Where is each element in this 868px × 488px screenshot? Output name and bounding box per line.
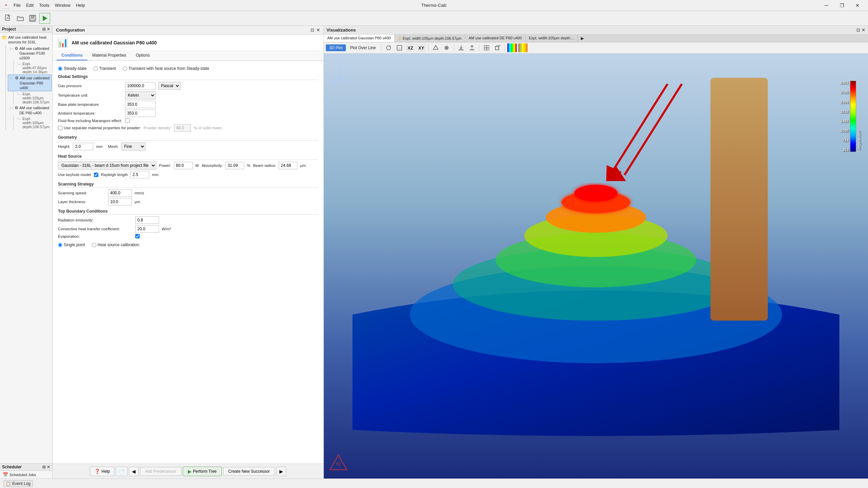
menu-tools[interactable]: Tools <box>36 1 52 9</box>
create-successor-button[interactable]: Create New Successor <box>223 467 275 476</box>
grid-button[interactable] <box>482 43 491 52</box>
ambient-temp-label: Ambient temperature: <box>58 111 122 115</box>
powder-label-wrap[interactable]: Use separate material properties for pow… <box>58 126 141 130</box>
help-button[interactable]: ❓ Help <box>90 467 114 476</box>
save-document-button[interactable]: 📄 <box>116 467 127 476</box>
viz-tab-expt-warning[interactable]: ⚠ Expt. width:105μm depth:106.57μm <box>395 35 466 42</box>
subtab-plot-over-line[interactable]: Plot Over Line <box>347 44 379 51</box>
viz-separator-1 <box>381 44 381 52</box>
absorptivity-input[interactable] <box>225 162 244 169</box>
tree-node-root[interactable]: 📁 AM use calibrated heat sources for 316… <box>1 34 52 45</box>
tab-options[interactable]: Options <box>131 51 154 60</box>
tree-node-de[interactable]: ├─ ⚙ AM use calibrated DE P80 u400 <box>8 105 52 116</box>
menu-edit[interactable]: Edit <box>23 1 36 9</box>
ambient-temp-input[interactable] <box>125 110 156 117</box>
config-expand-icon[interactable]: ⊡ <box>311 27 314 33</box>
convective-input[interactable] <box>135 225 159 233</box>
mode-transient[interactable]: Transient <box>93 66 116 71</box>
powder-checkbox[interactable] <box>58 126 62 130</box>
mode-steady-state[interactable]: Steady-state <box>58 66 86 71</box>
radio-transient-hs[interactable] <box>123 66 127 71</box>
layer-thickness-input[interactable] <box>108 198 132 206</box>
scheduler-section[interactable]: 📅 Scheduled Jobs <box>0 471 52 479</box>
rotate-tool-button[interactable] <box>384 43 393 52</box>
scheduler-close-icon[interactable]: ✕ <box>47 465 50 469</box>
wireframe-button[interactable] <box>431 43 440 52</box>
menu-help[interactable]: Help <box>73 1 88 9</box>
rayleigh-input[interactable] <box>131 171 149 178</box>
tree-node-p80-expt[interactable]: └─ Expt. width:105μm depth:106.57μm <box>16 91 52 105</box>
gradient-label-1095: 1095 <box>841 129 849 133</box>
scanning-speed-input[interactable] <box>108 189 132 197</box>
tree-node-de-expt[interactable]: └─ Expt. width:105μm depth:106.57μm <box>16 116 52 130</box>
radio-single-point[interactable] <box>58 243 62 247</box>
tree-node-p80[interactable]: ├─ ⚙ AM use calibrated Gaussian P80 u400 <box>8 75 52 91</box>
solid-button[interactable] <box>442 43 451 52</box>
export-button[interactable] <box>456 43 466 52</box>
menu-window[interactable]: Window <box>52 1 73 9</box>
project-expand-icon[interactable]: ⊞ <box>42 27 46 32</box>
radiation-input[interactable] <box>135 216 159 224</box>
beam-radius-input[interactable] <box>279 162 297 169</box>
viz-tab-p80[interactable]: AM use calibrated Gaussian P80 u400 <box>324 35 395 42</box>
rayleigh-label: Rayleigh length <box>101 173 128 177</box>
radio-heat-source-cal[interactable] <box>92 243 96 247</box>
height-input[interactable] <box>73 143 93 150</box>
radio-steady-state[interactable] <box>58 66 62 71</box>
back-button[interactable]: ◀ <box>129 467 139 476</box>
viz-tab-arrow-right[interactable]: ▶ <box>578 35 587 42</box>
cube-button[interactable] <box>493 43 502 52</box>
new-file-button[interactable] <box>3 13 14 24</box>
fluid-flow-checkbox[interactable] <box>125 118 130 123</box>
save-button[interactable] <box>27 13 38 24</box>
config-close-icon[interactable]: ✕ <box>316 27 320 33</box>
forward-button[interactable]: ▶ <box>276 467 286 476</box>
base-plate-temp-input[interactable] <box>125 101 156 108</box>
keyhole-checkbox[interactable] <box>94 173 98 177</box>
viewport[interactable]: Z Y X 2951 2580 2209 1838 1466 1095 724 … <box>324 54 868 479</box>
zoom-tool-button[interactable]: ↔ <box>395 43 404 52</box>
maximize-button[interactable]: ❐ <box>834 0 850 11</box>
single-point-mode[interactable]: Single point <box>58 242 85 247</box>
svg-rect-4 <box>6 18 9 19</box>
color-map-2-button[interactable] <box>518 43 528 52</box>
title-bar: T File Edit Tools Window Help Thermo-Cal… <box>0 0 868 11</box>
upload-button[interactable] <box>467 43 477 52</box>
mode-transient-hs[interactable]: Transient with heat source from Steady-s… <box>123 66 209 71</box>
close-button[interactable]: ✕ <box>850 0 865 11</box>
color-map-1-button[interactable] <box>507 43 517 52</box>
menu-file[interactable]: File <box>11 1 23 9</box>
viz-close-icon[interactable]: ✕ <box>862 27 865 33</box>
add-predecessor-button[interactable]: Add Predecessor <box>140 467 181 476</box>
svg-rect-15 <box>470 50 474 50</box>
event-log-button[interactable]: 📋 Event Log <box>3 480 33 487</box>
heat-source-type-select[interactable]: Gaussian - 316L - beam d 15um from proje… <box>58 161 156 170</box>
evaporation-checkbox[interactable] <box>135 234 140 238</box>
scheduler-expand-icon[interactable]: ⊞ <box>42 465 46 469</box>
project-close-icon[interactable]: ✕ <box>47 27 50 32</box>
xy-view-button[interactable]: XY <box>416 43 426 52</box>
perform-tree-button[interactable]: ▶ Perform Tree <box>183 467 222 476</box>
svg-line-34 <box>332 78 340 82</box>
tab-material-properties[interactable]: Material Properties <box>87 51 131 60</box>
xz-view-button[interactable]: XZ <box>406 43 415 52</box>
radio-transient[interactable] <box>93 66 98 71</box>
powder-row: Use separate material properties for pow… <box>58 124 318 132</box>
temperature-unit-select[interactable]: Kelvin <box>125 91 156 99</box>
gas-pressure-input[interactable] <box>125 82 156 90</box>
run-button[interactable] <box>39 13 50 24</box>
tab-conditions[interactable]: Conditions <box>57 51 87 60</box>
minimize-button[interactable]: ─ <box>818 0 834 11</box>
mesh-select[interactable]: Fine Medium Coarse <box>121 142 145 151</box>
power-input[interactable] <box>174 162 193 169</box>
viz-expand-icon[interactable]: ⊡ <box>856 27 860 33</box>
heat-source-calibration-mode[interactable]: Heat source calibration <box>92 242 139 247</box>
tree-node-p100-expt[interactable]: └─ Expt. width:47.82μm depth:14.36μm <box>16 61 52 75</box>
open-file-button[interactable] <box>15 13 26 24</box>
gas-pressure-unit-select[interactable]: Pascal <box>158 82 180 90</box>
tree-node-p100[interactable]: ├─ ⚙ AM use calibrated Gaussian P100 u26… <box>8 45 52 61</box>
subtab-3d-plot[interactable]: 3D Plot <box>326 44 346 51</box>
viz-tab-expt2[interactable]: Expt. width:105μm depth:... <box>526 35 578 42</box>
powder-density-input[interactable] <box>174 124 191 132</box>
viz-tab-de[interactable]: AM use calibrated DE P80 u400 <box>465 35 526 42</box>
